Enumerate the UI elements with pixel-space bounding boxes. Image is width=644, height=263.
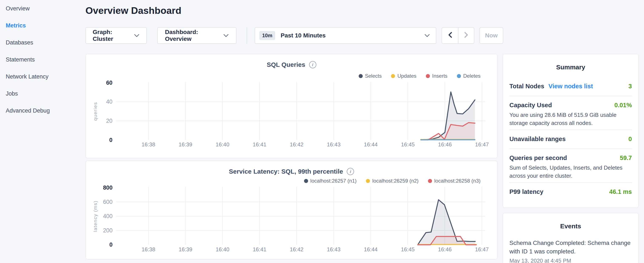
- summary-title: Summary: [510, 64, 632, 71]
- svg-text:16:38: 16:38: [142, 141, 155, 147]
- svg-text:16:41: 16:41: [253, 246, 266, 252]
- dashboard-dropdown[interactable]: Dashboard: Overview: [157, 27, 236, 44]
- divider: [510, 130, 632, 130]
- divider: [510, 96, 632, 96]
- summary-row-p99-latency: P99 latency 46.1 ms: [510, 188, 632, 195]
- svg-text:16:42: 16:42: [290, 246, 304, 252]
- divider: [510, 182, 632, 183]
- summary-label: Capacity Used: [510, 102, 552, 109]
- time-range-label: Past 10 Minutes: [281, 32, 326, 39]
- svg-text:600: 600: [103, 199, 113, 205]
- chevron-left-icon: [448, 32, 452, 40]
- svg-text:16:41: 16:41: [253, 141, 266, 147]
- page-title: Overview Dashboard: [86, 5, 181, 16]
- summary-value: 0.01%: [614, 102, 632, 109]
- svg-text:16:40: 16:40: [216, 141, 229, 147]
- svg-text:200: 200: [103, 227, 113, 234]
- summary-panel: Summary Total Nodes View nodes list 3 Ca…: [502, 54, 639, 208]
- graph-scope-dropdown[interactable]: Graph: Cluster: [86, 27, 147, 44]
- svg-text:16:47: 16:47: [475, 141, 489, 147]
- sidebar-item-databases[interactable]: Databases: [0, 34, 86, 51]
- chevron-right-icon: [464, 32, 468, 40]
- svg-text:16:39: 16:39: [178, 246, 192, 252]
- event-message: Schema Change Completed: Schema change w…: [510, 239, 632, 256]
- sidebar: Overview Metrics Databases Statements Ne…: [0, 0, 86, 263]
- svg-text:800: 800: [103, 184, 113, 191]
- time-range-badge: 10m: [260, 31, 275, 40]
- controls-divider: [247, 27, 247, 44]
- svg-text:16:45: 16:45: [401, 246, 414, 252]
- time-step-back-button[interactable]: [442, 28, 458, 43]
- summary-row-queries-per-second: Queries per second 59.7: [510, 154, 632, 161]
- sidebar-item-advanced-debug[interactable]: Advanced Debug: [0, 102, 86, 119]
- now-button[interactable]: Now: [480, 27, 503, 44]
- sql-queries-plot[interactable]: 16:3816:3916:4016:4116:4216:4316:4416:45…: [86, 54, 497, 158]
- summary-value: 0: [628, 136, 632, 143]
- summary-row-capacity-used: Capacity Used 0.01%: [510, 102, 632, 109]
- summary-row-total-nodes: Total Nodes View nodes list 3: [510, 83, 632, 90]
- svg-text:16:43: 16:43: [327, 141, 340, 147]
- svg-text:16:47: 16:47: [475, 246, 488, 252]
- summary-row-unavailable-ranges: Unavailable ranges 0: [510, 136, 632, 143]
- svg-text:16:38: 16:38: [142, 246, 155, 252]
- svg-text:0: 0: [109, 242, 112, 248]
- chevron-down-icon: [424, 34, 430, 37]
- summary-value: 59.7: [620, 154, 632, 161]
- svg-text:16:40: 16:40: [216, 246, 229, 252]
- chevron-down-icon: [134, 34, 140, 37]
- summary-description: Sum of Selects, Updates, Inserts, and De…: [510, 164, 632, 180]
- divider: [510, 149, 632, 149]
- time-step-forward-button[interactable]: [458, 28, 474, 43]
- svg-text:16:45: 16:45: [401, 141, 414, 147]
- time-range-selector[interactable]: 10m Past 10 Minutes: [255, 27, 436, 44]
- svg-text:400: 400: [103, 213, 113, 219]
- svg-text:16:46: 16:46: [438, 141, 452, 147]
- view-nodes-list-link[interactable]: View nodes list: [548, 83, 593, 90]
- summary-value: 3: [628, 83, 632, 90]
- sidebar-item-network-latency[interactable]: Network Latency: [0, 68, 86, 85]
- svg-text:16:44: 16:44: [364, 246, 378, 252]
- sidebar-item-statements[interactable]: Statements: [0, 51, 86, 68]
- svg-text:40: 40: [106, 99, 112, 105]
- summary-label: Unavailable ranges: [510, 136, 566, 143]
- event-timestamp: May 13, 2020 at 4:45 PM: [510, 257, 632, 263]
- events-title: Events: [510, 222, 632, 230]
- sql-queries-chart-card: SQL Queries i Selects Updates Inserts De…: [86, 54, 498, 158]
- service-latency-chart-card: Service Latency: SQL, 99th percentile i …: [86, 161, 498, 259]
- time-step-buttons: [442, 27, 474, 44]
- summary-description: You are using 28.6 MiB of 515.9 GiB usab…: [510, 111, 632, 127]
- sidebar-item-jobs[interactable]: Jobs: [0, 85, 86, 102]
- svg-text:16:42: 16:42: [290, 141, 304, 147]
- svg-text:0: 0: [109, 137, 112, 143]
- svg-text:latency (ms): latency (ms): [92, 200, 98, 232]
- sidebar-item-overview[interactable]: Overview: [0, 0, 86, 17]
- events-panel: Events Schema Change Completed: Schema c…: [502, 213, 639, 263]
- svg-text:16:39: 16:39: [178, 141, 192, 147]
- svg-text:16:43: 16:43: [327, 246, 340, 252]
- svg-text:16:46: 16:46: [438, 246, 452, 252]
- svg-text:60: 60: [106, 80, 112, 86]
- graph-scope-label: Graph: Cluster: [93, 29, 128, 42]
- svg-text:queries: queries: [92, 102, 98, 121]
- chevron-down-icon: [223, 34, 229, 37]
- sidebar-item-metrics[interactable]: Metrics: [0, 17, 86, 34]
- svg-text:16:44: 16:44: [364, 141, 378, 147]
- service-latency-plot[interactable]: 16:3816:3916:4016:4116:4216:4316:4416:45…: [86, 161, 497, 259]
- svg-text:20: 20: [106, 118, 112, 124]
- summary-label: Total Nodes: [510, 83, 544, 90]
- summary-value: 46.1 ms: [609, 188, 632, 195]
- summary-label: Queries per second: [510, 154, 567, 161]
- summary-label: P99 latency: [510, 188, 544, 195]
- dashboard-label: Dashboard: Overview: [165, 29, 218, 42]
